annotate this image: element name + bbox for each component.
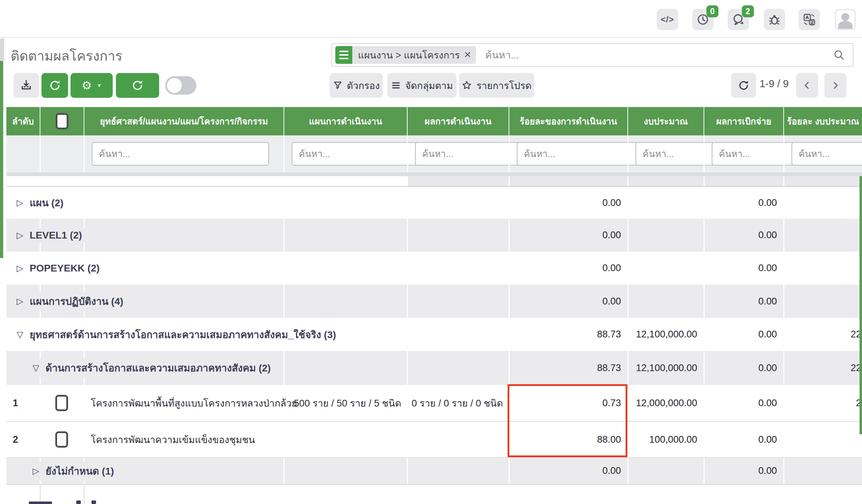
clipped-cell (509, 176, 627, 186)
search-icon[interactable] (833, 49, 845, 61)
pager-previous-button[interactable] (796, 73, 818, 98)
activities-count-badge: 0 (706, 5, 718, 17)
group-row[interactable]: 0.000.00▷ยังไม่กำหนด (1) (6, 457, 862, 484)
group-cell (407, 219, 509, 252)
chevron-right-icon (830, 80, 841, 91)
debug-button[interactable] (764, 9, 785, 30)
table-row[interactable]: 2โครงการพัฒนาความเข้มแข็งของชุมชน88.0010… (6, 421, 862, 457)
clipped-cell (704, 176, 783, 186)
avatar (836, 10, 855, 29)
group-row[interactable]: 0.000.00▷แผน (2) (6, 187, 862, 219)
filter-cell-4 (284, 135, 407, 172)
right-edge-green-scroll-strip[interactable] (860, 176, 862, 434)
result-value: 0 ราย / 0 ราย / 0 ชนิด (407, 385, 509, 421)
clipped-cell (627, 176, 704, 186)
caret-expanded-icon[interactable]: ▽ (17, 330, 23, 340)
select-all-header-cell[interactable] (40, 107, 84, 135)
plan-value: 500 ราย / 50 ราย / 5 ชนิด (284, 385, 407, 421)
search-bar[interactable]: แผนงาน > แผนโครงการ × ค้นหา... (331, 43, 853, 67)
pager-next-button[interactable] (824, 73, 846, 98)
group-row[interactable]: 0.000.00▷POPEYEKK (2) (6, 252, 862, 285)
empty-cell (783, 422, 862, 457)
column-header-3[interactable]: ยุทธ์ศาสตร์/แผนงาน/แผน/โครงการ/กิจกรรม (84, 107, 284, 135)
refresh-button-1[interactable] (41, 73, 68, 98)
pager-refresh-button[interactable] (731, 73, 756, 98)
group-aggregate-value: 0.00 (704, 351, 783, 385)
group-row-label[interactable]: ▷ยังไม่กำหนด (1) (33, 462, 119, 480)
facet-remove-icon[interactable]: × (463, 47, 476, 63)
group-row[interactable]: 88.7312,100,000.000.0022▽ยุทธศาสตร์ด้านก… (6, 318, 862, 351)
table-header-row: ลำดับยุทธ์ศาสตร์/แผนงาน/แผน/โครงการ/กิจก… (6, 107, 862, 135)
group-row[interactable]: 88.7312,100,000.000.0022▽ด้านการสร้างโอก… (6, 351, 862, 385)
group-by-icon (335, 46, 352, 64)
view-toggle-switch[interactable] (165, 76, 196, 95)
column-header-8[interactable]: ผลการเบิกจ่าย (704, 107, 783, 135)
settings-dropdown-button[interactable]: ⚙ ▼ (71, 73, 113, 98)
group-row-label[interactable]: ▷แผนการปฏิบัติงาน (4) (17, 292, 128, 310)
search-facet-chip[interactable]: แผนงาน > แผนโครงการ × (335, 46, 476, 64)
translate-button[interactable] (799, 9, 820, 30)
caret-collapsed-icon[interactable]: ▷ (17, 230, 23, 240)
activities-button[interactable]: 0 (692, 9, 713, 30)
group-row[interactable]: 0.000.00▷LEVEL1 (2) (6, 219, 862, 252)
table-body: 0.000.00▷แผน (2)0.000.00▷LEVEL1 (2)0.000… (6, 187, 862, 484)
project-name[interactable]: โครงการพัฒนาพื้นที่สูงแบบโครงการหลวงป่าก… (84, 396, 297, 411)
group-by-button[interactable]: จัดกลุ่มตาม (387, 73, 457, 98)
group-aggregate-value: 0.00 (704, 458, 783, 484)
caret-collapsed-icon[interactable]: ▷ (17, 296, 23, 306)
caret-collapsed-icon[interactable]: ▷ (17, 198, 23, 208)
developer-mode-button[interactable]: </> (657, 9, 678, 30)
group-title: ยุทธศาสตร์ด้านการสร้างโอกาสและความเสมอภา… (29, 327, 336, 342)
group-cell (783, 285, 862, 318)
column-header-4[interactable]: แผนการดำเนินงาน (284, 107, 407, 135)
favorites-button[interactable]: รายการโปรด (459, 73, 534, 98)
caret-collapsed-icon[interactable]: ▷ (33, 466, 39, 476)
group-aggregate-value: 88.73 (509, 351, 627, 385)
group-aggregate-value: 22 (783, 318, 862, 351)
caret-collapsed-icon[interactable]: ▷ (17, 263, 23, 273)
table-row[interactable]: 1โครงการพัฒนาพื้นที่สูงแบบโครงการหลวงป่า… (6, 385, 862, 421)
group-row-label[interactable]: ▷POPEYEKK (2) (17, 261, 105, 275)
column-search-input-9[interactable] (791, 142, 862, 166)
bug-icon (768, 13, 781, 26)
user-menu-button[interactable] (835, 9, 856, 30)
control-panel-row: ⚙ ▼ ตัวกรอง จัดกลุ่มตาม รายกา (0, 71, 862, 106)
group-aggregate-value: 12,100,000.00 (627, 351, 704, 385)
empty-cell: 2 (6, 422, 40, 457)
clipped-cell (40, 176, 84, 186)
column-header-5[interactable]: ผลการดำเนินงาน (407, 107, 509, 135)
row-checkbox[interactable] (55, 395, 68, 411)
group-aggregate-value: 12,100,000.00 (627, 318, 704, 351)
column-header-7[interactable]: งบประมาณ (627, 107, 704, 135)
search-input[interactable]: ค้นหา... (485, 47, 833, 63)
group-row[interactable]: 0.000.00▷แผนการปฏิบัติงาน (4) (6, 285, 862, 318)
column-header-9[interactable]: ร้อยละ งบประมาณ (783, 107, 862, 135)
column-header-1[interactable]: ลำดับ (6, 107, 40, 135)
caret-expanded-icon[interactable]: ▽ (33, 363, 39, 373)
group-row-label[interactable]: ▽ยุทธศาสตร์ด้านการสร้างโอกาสและความเสมอภ… (17, 325, 341, 344)
select-all-checkbox[interactable] (56, 113, 68, 129)
group-row-label[interactable]: ▽ด้านการสร้างโอกาสและความเสมอภาคทางสังคม… (33, 359, 276, 377)
filters-label: ตัวกรอง (347, 78, 380, 93)
group-cell (84, 252, 284, 285)
project-name[interactable]: โครงการพัฒนาความเข้มแข็งของชุมชน (84, 432, 255, 447)
row-index: 2 (6, 434, 18, 445)
group-row-label[interactable]: ▷แผน (2) (17, 194, 68, 212)
pager-range: 1-9 / 9 (760, 78, 789, 90)
breadcrumb-search-row: ติดตามผลโครงการ แผนงาน > แผนโครงการ × ค้… (0, 39, 862, 71)
refresh-button-2[interactable] (116, 73, 159, 98)
project-list-table: ลำดับยุทธ์ศาสตร์/แผนงาน/แผน/โครงการ/กิจก… (6, 107, 862, 504)
filter-cell-6 (509, 135, 627, 172)
page-title: ติดตามผลโครงการ (11, 45, 123, 67)
column-search-input-4[interactable] (292, 142, 425, 166)
column-header-6[interactable]: ร้อยละของการดำเนินงาน (509, 107, 627, 135)
row-checkbox[interactable] (55, 431, 68, 448)
filters-button[interactable]: ตัวกรอง (330, 73, 383, 98)
group-row-label[interactable]: ▷LEVEL1 (2) (17, 228, 87, 242)
star-icon (461, 80, 472, 91)
clipped-row-text (76, 500, 81, 504)
messages-button[interactable]: 2 (728, 9, 749, 30)
column-search-input-3[interactable] (92, 142, 269, 166)
export-download-button[interactable] (13, 73, 39, 98)
refresh-icon (49, 79, 61, 92)
